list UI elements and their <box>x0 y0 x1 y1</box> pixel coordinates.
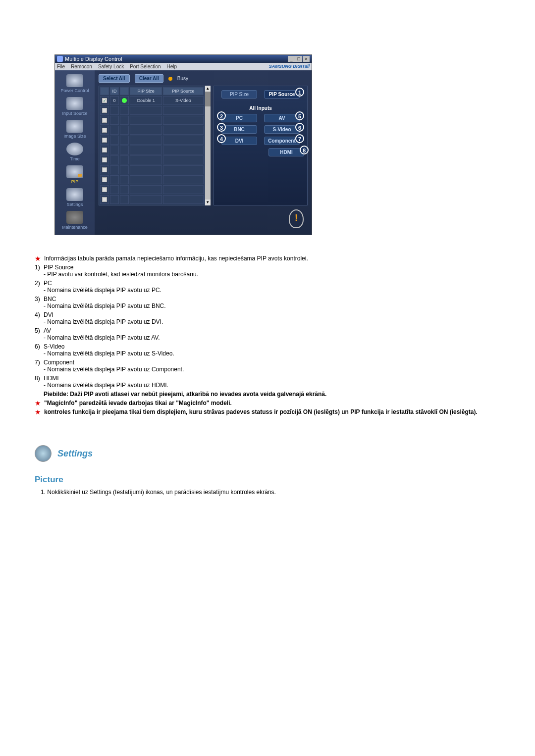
clear-all-button[interactable]: Clear All <box>135 74 163 83</box>
callout-2: 2 <box>217 111 226 120</box>
info-bulb-icon <box>289 209 304 228</box>
busy-label: Busy <box>177 76 188 81</box>
input-svideo-button[interactable]: S-Video6 <box>264 125 300 134</box>
callout-6: 6 <box>295 123 304 132</box>
sidebar-item-input-source[interactable]: Input Source <box>57 96 93 118</box>
picture-heading: Picture <box>35 475 500 485</box>
sidebar-item-settings[interactable]: Settings <box>57 187 93 209</box>
input-dvi-button[interactable]: DVI4 <box>221 137 257 145</box>
select-all-button[interactable]: Select All <box>99 74 130 83</box>
col-pip-source: PIP Source <box>163 87 203 95</box>
input-component-button[interactable]: Component7 <box>264 137 300 145</box>
menu-remocon[interactable]: Remocon <box>71 64 92 69</box>
row-checkbox[interactable] <box>102 98 107 103</box>
window-controls: _ □ × <box>288 56 310 62</box>
settings-title: Settings <box>57 449 93 459</box>
row-checkbox[interactable] <box>102 157 107 162</box>
star-icon: ★ <box>35 255 41 262</box>
window-title: Multiple Display Control <box>65 56 122 62</box>
row-checkbox[interactable] <box>102 118 107 123</box>
pip-source-button[interactable]: PIP Source 1 <box>264 90 300 99</box>
row-checkbox[interactable] <box>102 177 107 182</box>
picture-step: 1. Noklikškiniet uz Settings (Iestatījum… <box>41 489 500 496</box>
sidebar-item-time[interactable]: Time <box>57 142 93 163</box>
callout-8: 8 <box>300 146 309 154</box>
callout-4: 4 <box>217 134 226 143</box>
table-row[interactable] <box>100 106 204 115</box>
callout-1: 1 <box>295 88 304 97</box>
busy-indicator-icon <box>168 77 172 81</box>
menu-port-selection[interactable]: Port Selection <box>130 64 160 69</box>
sidebar-item-image-size[interactable]: Image Size <box>57 119 93 141</box>
table-row[interactable] <box>100 185 204 194</box>
sidebar: Power Control Input Source Image Size Ti… <box>55 70 95 235</box>
table-row[interactable] <box>100 155 204 164</box>
row-checkbox[interactable] <box>102 148 107 152</box>
brand-logo: SAMSUNG DIGITall <box>269 64 310 69</box>
close-button[interactable]: × <box>303 56 310 62</box>
table-scrollbar[interactable]: ▲ ▼ <box>205 86 211 205</box>
all-inputs-label: All Inputs <box>217 105 304 111</box>
maximize-button[interactable]: □ <box>295 56 302 62</box>
settings-header: Settings <box>35 445 500 462</box>
table-row[interactable] <box>100 175 204 184</box>
app-window: Multiple Display Control _ □ × File Remo… <box>54 54 312 235</box>
cell-pip-size: Double 1 <box>130 96 162 105</box>
table-row[interactable]: 0 Double 1 S-Video <box>100 96 204 105</box>
status-icon <box>122 98 127 103</box>
col-id: ID <box>110 87 119 95</box>
row-checkbox[interactable] <box>102 128 107 133</box>
note-line: Piebilde: Daži PIP avoti atlasei var neb… <box>44 391 500 398</box>
sidebar-item-maintenance[interactable]: Maintenance <box>57 210 93 232</box>
menubar: File Remocon Safety Lock Port Selection … <box>55 63 312 70</box>
titlebar: Multiple Display Control _ □ × <box>55 55 312 63</box>
star-icon: ★ <box>35 408 41 415</box>
control-note: kontroles funkcija ir pieejama tikai tie… <box>44 408 478 415</box>
col-pip-size: PIP Size <box>130 87 162 95</box>
minimize-button[interactable]: _ <box>288 56 295 62</box>
table-row[interactable] <box>100 116 204 125</box>
info-intro: Informācijas tabula parāda pamata nepiec… <box>44 255 308 262</box>
scroll-up-icon[interactable]: ▲ <box>205 86 211 92</box>
pip-panel: PIP Size PIP Source 1 All Inputs PC2 AV5 <box>214 86 308 205</box>
star-icon: ★ <box>35 400 41 406</box>
pip-size-button[interactable]: PIP Size <box>221 90 257 99</box>
scroll-down-icon[interactable]: ▼ <box>205 200 211 205</box>
table-row[interactable] <box>100 195 204 204</box>
settings-header-icon <box>35 445 52 462</box>
sidebar-item-power[interactable]: Power Control <box>57 73 93 95</box>
menu-file[interactable]: File <box>57 64 65 69</box>
input-hdmi-button[interactable]: HDMI8 <box>268 148 304 156</box>
display-table: ID PIP Size PIP Source 0 Double 1 S-Vid <box>99 86 205 205</box>
callout-7: 7 <box>295 134 304 143</box>
input-bnc-button[interactable]: BNC3 <box>221 125 257 134</box>
app-icon <box>57 56 63 62</box>
menu-safety-lock[interactable]: Safety Lock <box>98 64 124 69</box>
numbered-list: 1)PIP Source- PIP avotu var kontrolēt, k… <box>35 264 500 389</box>
row-checkbox[interactable] <box>102 108 107 113</box>
row-checkbox[interactable] <box>102 197 107 202</box>
table-row[interactable] <box>100 126 204 135</box>
row-checkbox[interactable] <box>102 138 107 143</box>
callout-3: 3 <box>217 123 226 132</box>
cell-pip-source: S-Video <box>163 96 203 105</box>
table-row[interactable] <box>100 165 204 174</box>
table-row[interactable] <box>100 136 204 145</box>
input-pc-button[interactable]: PC2 <box>221 114 257 122</box>
input-av-button[interactable]: AV5 <box>264 114 300 122</box>
magic-note: "MagicInfo" paredzētā ievade darbojas ti… <box>44 400 232 406</box>
cell-id: 0 <box>110 96 119 105</box>
callout-5: 5 <box>295 111 304 120</box>
menu-help[interactable]: Help <box>166 64 177 69</box>
row-checkbox[interactable] <box>102 167 107 172</box>
row-checkbox[interactable] <box>102 187 107 192</box>
sidebar-item-pip[interactable]: PIP <box>57 164 93 186</box>
table-row[interactable] <box>100 146 204 154</box>
